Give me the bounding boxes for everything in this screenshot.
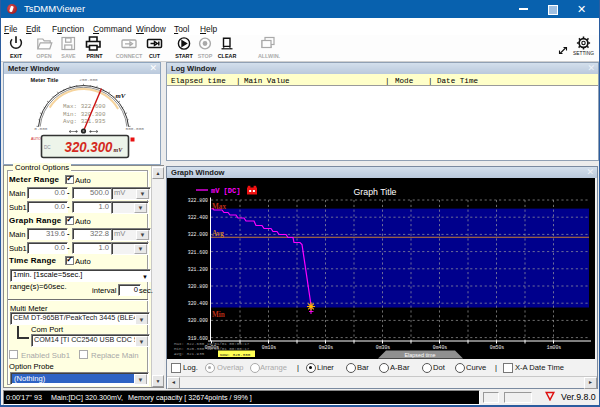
svg-text:Now: 320.300: Now: 320.300 xyxy=(220,353,251,357)
svg-text:319.600: 319.600 xyxy=(188,336,208,341)
svg-text:Min: Min xyxy=(212,311,225,319)
svg-text:ALLWIN.: ALLWIN. xyxy=(258,53,281,59)
svg-text:AUTO: AUTO xyxy=(31,137,41,141)
svg-text:SETTING: SETTING xyxy=(573,51,594,56)
svg-text:Avg: 321.935: Avg: 321.935 xyxy=(63,118,106,125)
svg-text:Max: 322.600 19/01/01 00:00:1: Max: 322.600 19/01/01 00:00:17 xyxy=(174,342,250,346)
svg-text:0m20s: 0m20s xyxy=(319,345,334,350)
svg-text:322.000: 322.000 xyxy=(188,232,208,237)
svg-text:SAVE: SAVE xyxy=(61,53,76,59)
svg-text:CONNECT: CONNECT xyxy=(116,53,143,59)
svg-text:CUT: CUT xyxy=(149,53,161,59)
svg-text:0m40s: 0m40s xyxy=(433,345,448,350)
svg-text:Avg: Avg xyxy=(212,230,224,238)
svg-text:STOP: STOP xyxy=(198,53,213,59)
svg-text:250.000: 250.000 xyxy=(79,77,98,82)
svg-text:mV: mV xyxy=(114,147,124,153)
svg-text:mV: mV xyxy=(116,92,126,99)
svg-text:0m30s: 0m30s xyxy=(376,345,391,350)
svg-text:Min: 320.300 19/01/01 00:00:1: Min: 320.300 19/01/01 00:00:17 xyxy=(174,347,250,351)
svg-text:320.000: 320.000 xyxy=(188,318,208,323)
svg-text:Max: 322.600: Max: 322.600 xyxy=(63,103,106,110)
svg-text:320.800: 320.800 xyxy=(188,284,208,289)
svg-text:Elapsed time: Elapsed time xyxy=(404,352,435,358)
svg-text:322.800: 322.800 xyxy=(188,198,208,203)
svg-text:321.200: 321.200 xyxy=(188,267,208,272)
svg-text:Avg: 321.935: Avg: 321.935 xyxy=(174,352,205,356)
svg-text:Meter Title: Meter Title xyxy=(31,77,59,83)
svg-text:EXIT: EXIT xyxy=(10,53,23,59)
svg-text:START: START xyxy=(175,53,193,59)
svg-text:Graph Title: Graph Title xyxy=(353,187,396,197)
svg-text:322.400: 322.400 xyxy=(188,215,208,220)
svg-text:500.000: 500.000 xyxy=(126,126,145,131)
svg-text:320.400: 320.400 xyxy=(188,301,208,306)
svg-text:Max: Max xyxy=(212,203,226,211)
svg-text:CLEAR: CLEAR xyxy=(218,53,237,59)
svg-text:321.600: 321.600 xyxy=(188,250,208,255)
svg-text:mV [DC]: mV [DC] xyxy=(211,187,240,195)
svg-text:DC: DC xyxy=(44,145,51,150)
svg-text:0m50s: 0m50s xyxy=(490,345,505,350)
svg-text:1m00s: 1m00s xyxy=(547,345,562,350)
svg-text:0.000: 0.000 xyxy=(34,126,48,131)
svg-text:OPEN: OPEN xyxy=(36,53,51,59)
svg-text:320.300: 320.300 xyxy=(65,138,113,155)
svg-text:0m10s: 0m10s xyxy=(262,345,277,350)
svg-text:PRINT: PRINT xyxy=(86,53,103,59)
svg-text:Min: 320.300: Min: 320.300 xyxy=(63,111,106,118)
